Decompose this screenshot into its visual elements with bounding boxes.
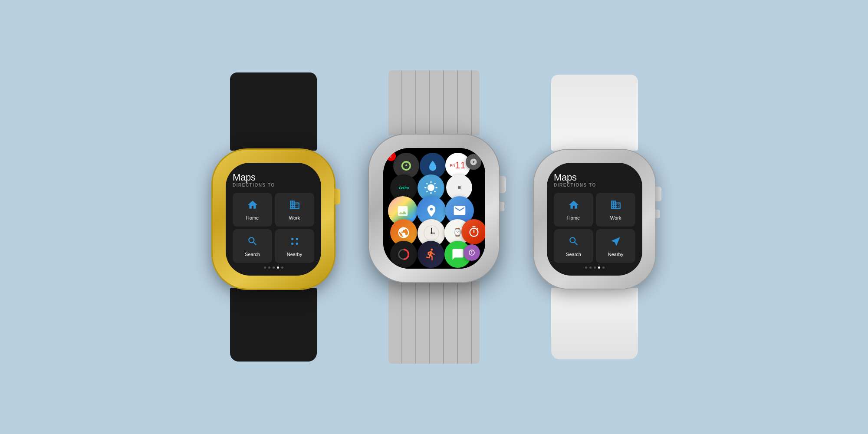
band-top-center bbox=[388, 70, 480, 135]
maps-tile-home-left[interactable]: Home bbox=[233, 193, 272, 227]
band-top-left bbox=[230, 72, 317, 151]
svg-point-0 bbox=[291, 237, 293, 240]
work-label-left: Work bbox=[289, 215, 300, 220]
watch-body-left: Maps DIRECTIONS TO Home bbox=[213, 150, 334, 289]
maps-title-left: Maps bbox=[233, 172, 314, 183]
band-bottom-center bbox=[388, 281, 480, 364]
nearby-label-right: Nearby bbox=[608, 252, 623, 257]
nearby-icon-left bbox=[289, 236, 300, 250]
maps-tile-home-right[interactable]: Home bbox=[554, 193, 593, 227]
app-podcast[interactable] bbox=[464, 244, 480, 261]
dot-1-right bbox=[589, 266, 592, 269]
watch-body-center: Fri 11 GoPro ▦ bbox=[369, 135, 499, 282]
watch-btn-right[interactable] bbox=[655, 210, 660, 218]
watch-case-right: Maps DIRECTIONS TO Home bbox=[534, 150, 655, 289]
dot-0-left bbox=[264, 266, 266, 269]
maps-tile-nearby-left[interactable]: Nearby bbox=[275, 229, 314, 263]
maps-screen-left: Maps DIRECTIONS TO Home bbox=[226, 163, 321, 276]
dot-2-right bbox=[594, 266, 596, 269]
appgrid-screen: Fri 11 GoPro ▦ bbox=[383, 148, 485, 269]
page-dots-left bbox=[233, 266, 314, 269]
maps-tile-search-right[interactable]: Search bbox=[554, 229, 593, 263]
watch-case-left: Maps DIRECTIONS TO Home bbox=[213, 150, 334, 289]
work-icon-left bbox=[289, 199, 300, 213]
home-label-right: Home bbox=[567, 215, 580, 220]
home-label-left: Home bbox=[246, 215, 259, 220]
dot-3-left bbox=[277, 266, 279, 269]
nearby-icon-right bbox=[610, 236, 621, 250]
dot-2-left bbox=[273, 266, 275, 269]
watch-crown-left[interactable] bbox=[334, 189, 340, 204]
maps-subtitle-left: DIRECTIONS TO bbox=[233, 183, 314, 187]
band-bottom-right bbox=[551, 288, 638, 359]
work-label-right: Work bbox=[610, 215, 621, 220]
home-icon-right bbox=[568, 199, 579, 213]
app-unknown1[interactable] bbox=[466, 154, 481, 170]
svg-point-1 bbox=[296, 237, 298, 240]
search-icon-right bbox=[568, 236, 579, 250]
maps-title-right: Maps bbox=[554, 172, 635, 183]
watch-center: Fri 11 GoPro ▦ bbox=[369, 70, 499, 364]
maps-grid-right: Home Work bbox=[554, 193, 635, 263]
watch-left: Maps DIRECTIONS TO Home bbox=[213, 72, 334, 362]
maps-tile-search-left[interactable]: Search bbox=[233, 229, 272, 263]
maps-grid-left: Home Work bbox=[233, 193, 314, 263]
watch-crown-right[interactable] bbox=[655, 187, 661, 201]
watch-case-center: Fri 11 GoPro ▦ bbox=[369, 135, 499, 282]
app-activity[interactable] bbox=[390, 241, 417, 268]
svg-point-2 bbox=[291, 242, 293, 244]
page-dots-right bbox=[554, 266, 635, 269]
search-label-left: Search bbox=[245, 252, 260, 257]
dot-3-right bbox=[598, 266, 600, 269]
dot-4-right bbox=[602, 266, 605, 269]
maps-screen-right: Maps DIRECTIONS TO Home bbox=[547, 163, 642, 276]
svg-point-8 bbox=[431, 232, 432, 234]
search-label-right: Search bbox=[566, 252, 581, 257]
watch-screen-center: Fri 11 GoPro ▦ bbox=[383, 148, 485, 269]
search-icon-left bbox=[247, 236, 258, 250]
maps-tile-work-right[interactable]: Work bbox=[596, 193, 635, 227]
maps-subtitle-right: DIRECTIONS TO bbox=[554, 183, 635, 187]
work-icon-right bbox=[610, 199, 621, 213]
maps-tile-work-left[interactable]: Work bbox=[275, 193, 314, 227]
dot-1-left bbox=[268, 266, 270, 269]
home-icon-left bbox=[247, 199, 258, 213]
band-bottom-left bbox=[230, 288, 317, 362]
svg-point-3 bbox=[296, 242, 298, 244]
watch-crown-center[interactable] bbox=[499, 176, 506, 193]
watch-screen-right: Maps DIRECTIONS TO Home bbox=[547, 163, 642, 276]
watch-body-right: Maps DIRECTIONS TO Home bbox=[534, 150, 655, 289]
maps-tile-nearby-right[interactable]: Nearby bbox=[596, 229, 635, 263]
watch-screen-left: Maps DIRECTIONS TO Home bbox=[226, 163, 321, 276]
band-top-right bbox=[551, 75, 638, 151]
watch-btn-center[interactable] bbox=[499, 202, 504, 211]
dot-0-right bbox=[585, 266, 587, 269]
app-timer[interactable] bbox=[461, 219, 485, 244]
app-fitness-badge[interactable]: ! bbox=[386, 151, 396, 161]
watch-right: Maps DIRECTIONS TO Home bbox=[534, 75, 655, 359]
nearby-label-left: Nearby bbox=[287, 252, 302, 257]
app-fitness3[interactable] bbox=[418, 241, 444, 268]
dot-4-left bbox=[281, 266, 283, 269]
